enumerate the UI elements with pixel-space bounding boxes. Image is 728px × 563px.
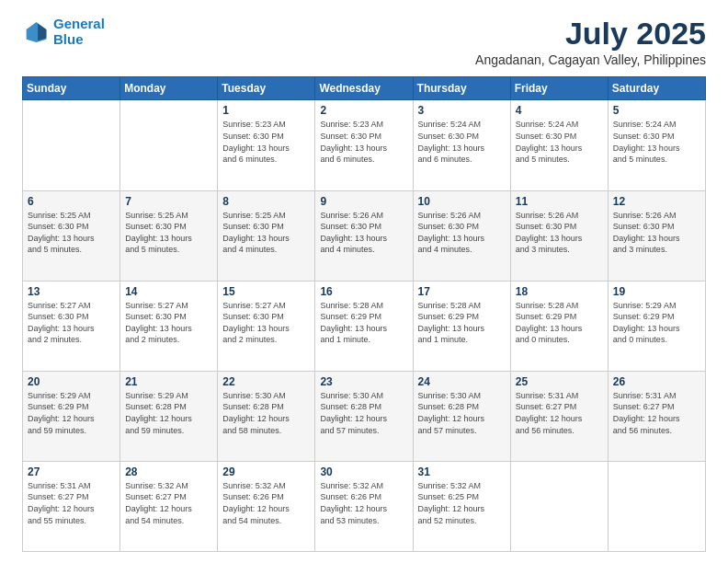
calendar-cell: 24Sunrise: 5:30 AM Sunset: 6:28 PM Dayli… xyxy=(413,371,510,461)
calendar-week-row: 13Sunrise: 5:27 AM Sunset: 6:30 PM Dayli… xyxy=(23,281,706,371)
svg-marker-1 xyxy=(38,23,46,40)
day-number: 29 xyxy=(222,465,310,478)
calendar-cell: 6Sunrise: 5:25 AM Sunset: 6:30 PM Daylig… xyxy=(23,190,120,281)
calendar-cell: 5Sunrise: 5:24 AM Sunset: 6:30 PM Daylig… xyxy=(608,100,705,190)
calendar-cell: 3Sunrise: 5:24 AM Sunset: 6:30 PM Daylig… xyxy=(413,100,510,190)
day-number: 3 xyxy=(418,104,506,117)
subtitle: Angadanan, Cagayan Valley, Philippines xyxy=(475,52,706,67)
day-info: Sunrise: 5:24 AM Sunset: 6:30 PM Dayligh… xyxy=(613,119,700,165)
calendar-cell: 27Sunrise: 5:31 AM Sunset: 6:27 PM Dayli… xyxy=(23,461,120,551)
calendar-cell: 8Sunrise: 5:25 AM Sunset: 6:30 PM Daylig… xyxy=(218,190,315,281)
day-number: 16 xyxy=(320,285,407,298)
calendar-cell: 11Sunrise: 5:26 AM Sunset: 6:30 PM Dayli… xyxy=(510,190,608,281)
day-number: 11 xyxy=(516,195,603,208)
day-info: Sunrise: 5:28 AM Sunset: 6:29 PM Dayligh… xyxy=(418,300,506,346)
calendar-cell: 21Sunrise: 5:29 AM Sunset: 6:28 PM Dayli… xyxy=(120,371,218,461)
calendar-cell: 23Sunrise: 5:30 AM Sunset: 6:28 PM Dayli… xyxy=(315,371,413,461)
calendar-cell: 19Sunrise: 5:29 AM Sunset: 6:29 PM Dayli… xyxy=(608,281,705,371)
calendar-cell: 4Sunrise: 5:24 AM Sunset: 6:30 PM Daylig… xyxy=(510,100,608,190)
day-info: Sunrise: 5:25 AM Sunset: 6:30 PM Dayligh… xyxy=(222,210,310,256)
day-info: Sunrise: 5:29 AM Sunset: 6:29 PM Dayligh… xyxy=(28,390,115,436)
calendar-week-row: 6Sunrise: 5:25 AM Sunset: 6:30 PM Daylig… xyxy=(23,190,706,281)
day-info: Sunrise: 5:23 AM Sunset: 6:30 PM Dayligh… xyxy=(320,119,407,165)
calendar-week-row: 20Sunrise: 5:29 AM Sunset: 6:29 PM Dayli… xyxy=(23,371,706,461)
day-info: Sunrise: 5:32 AM Sunset: 6:26 PM Dayligh… xyxy=(222,480,310,526)
day-number: 14 xyxy=(125,285,212,298)
calendar-cell xyxy=(23,100,120,190)
calendar-cell xyxy=(608,461,705,551)
day-info: Sunrise: 5:28 AM Sunset: 6:29 PM Dayligh… xyxy=(516,300,603,346)
calendar-day-header: Saturday xyxy=(608,77,705,100)
calendar-cell: 10Sunrise: 5:26 AM Sunset: 6:30 PM Dayli… xyxy=(413,190,510,281)
day-number: 26 xyxy=(613,375,700,388)
day-info: Sunrise: 5:25 AM Sunset: 6:30 PM Dayligh… xyxy=(125,210,212,256)
calendar-day-header: Monday xyxy=(120,77,218,100)
day-number: 10 xyxy=(418,195,506,208)
calendar-cell: 14Sunrise: 5:27 AM Sunset: 6:30 PM Dayli… xyxy=(120,281,218,371)
day-info: Sunrise: 5:26 AM Sunset: 6:30 PM Dayligh… xyxy=(320,210,407,256)
day-info: Sunrise: 5:26 AM Sunset: 6:30 PM Dayligh… xyxy=(613,210,700,256)
calendar-day-header: Thursday xyxy=(413,77,510,100)
calendar-day-header: Wednesday xyxy=(315,77,413,100)
calendar-cell: 12Sunrise: 5:26 AM Sunset: 6:30 PM Dayli… xyxy=(608,190,705,281)
day-info: Sunrise: 5:30 AM Sunset: 6:28 PM Dayligh… xyxy=(222,390,310,436)
calendar-day-header: Tuesday xyxy=(218,77,315,100)
calendar-cell: 22Sunrise: 5:30 AM Sunset: 6:28 PM Dayli… xyxy=(218,371,315,461)
day-number: 30 xyxy=(320,465,407,478)
day-info: Sunrise: 5:30 AM Sunset: 6:28 PM Dayligh… xyxy=(418,390,506,436)
calendar-cell: 15Sunrise: 5:27 AM Sunset: 6:30 PM Dayli… xyxy=(218,281,315,371)
day-number: 8 xyxy=(222,195,310,208)
day-number: 2 xyxy=(320,104,407,117)
calendar-cell: 29Sunrise: 5:32 AM Sunset: 6:26 PM Dayli… xyxy=(218,461,315,551)
day-info: Sunrise: 5:32 AM Sunset: 6:26 PM Dayligh… xyxy=(320,480,407,526)
day-info: Sunrise: 5:26 AM Sunset: 6:30 PM Dayligh… xyxy=(418,210,506,256)
calendar-cell: 28Sunrise: 5:32 AM Sunset: 6:27 PM Dayli… xyxy=(120,461,218,551)
day-info: Sunrise: 5:29 AM Sunset: 6:29 PM Dayligh… xyxy=(613,300,700,346)
logo-text: General Blue xyxy=(53,17,105,47)
day-info: Sunrise: 5:24 AM Sunset: 6:30 PM Dayligh… xyxy=(516,119,603,165)
day-info: Sunrise: 5:27 AM Sunset: 6:30 PM Dayligh… xyxy=(28,300,115,346)
day-number: 24 xyxy=(418,375,506,388)
calendar-cell: 13Sunrise: 5:27 AM Sunset: 6:30 PM Dayli… xyxy=(23,281,120,371)
logo-icon xyxy=(22,19,48,45)
day-info: Sunrise: 5:32 AM Sunset: 6:27 PM Dayligh… xyxy=(125,480,212,526)
day-info: Sunrise: 5:25 AM Sunset: 6:30 PM Dayligh… xyxy=(28,210,115,256)
day-number: 5 xyxy=(613,104,700,117)
day-info: Sunrise: 5:31 AM Sunset: 6:27 PM Dayligh… xyxy=(28,480,115,526)
day-number: 4 xyxy=(516,104,603,117)
logo: General Blue xyxy=(22,17,105,47)
calendar-week-row: 27Sunrise: 5:31 AM Sunset: 6:27 PM Dayli… xyxy=(23,461,706,551)
calendar-cell: 31Sunrise: 5:32 AM Sunset: 6:25 PM Dayli… xyxy=(413,461,510,551)
day-number: 17 xyxy=(418,285,506,298)
calendar-cell: 25Sunrise: 5:31 AM Sunset: 6:27 PM Dayli… xyxy=(510,371,608,461)
day-info: Sunrise: 5:32 AM Sunset: 6:25 PM Dayligh… xyxy=(418,480,506,526)
day-number: 1 xyxy=(222,104,310,117)
day-number: 20 xyxy=(28,375,115,388)
calendar-table: SundayMondayTuesdayWednesdayThursdayFrid… xyxy=(22,76,706,552)
calendar-week-row: 1Sunrise: 5:23 AM Sunset: 6:30 PM Daylig… xyxy=(23,100,706,190)
day-info: Sunrise: 5:30 AM Sunset: 6:28 PM Dayligh… xyxy=(320,390,407,436)
day-number: 28 xyxy=(125,465,212,478)
calendar-cell: 2Sunrise: 5:23 AM Sunset: 6:30 PM Daylig… xyxy=(315,100,413,190)
day-number: 13 xyxy=(28,285,115,298)
page: General Blue July 2025 Angadanan, Cagaya… xyxy=(0,0,728,563)
calendar-cell xyxy=(120,100,218,190)
day-info: Sunrise: 5:29 AM Sunset: 6:28 PM Dayligh… xyxy=(125,390,212,436)
calendar-day-header: Friday xyxy=(510,77,608,100)
calendar-cell: 9Sunrise: 5:26 AM Sunset: 6:30 PM Daylig… xyxy=(315,190,413,281)
day-info: Sunrise: 5:27 AM Sunset: 6:30 PM Dayligh… xyxy=(125,300,212,346)
day-number: 6 xyxy=(28,195,115,208)
day-info: Sunrise: 5:23 AM Sunset: 6:30 PM Dayligh… xyxy=(222,119,310,165)
day-number: 31 xyxy=(418,465,506,478)
calendar-cell: 7Sunrise: 5:25 AM Sunset: 6:30 PM Daylig… xyxy=(120,190,218,281)
day-info: Sunrise: 5:28 AM Sunset: 6:29 PM Dayligh… xyxy=(320,300,407,346)
day-number: 9 xyxy=(320,195,407,208)
calendar-day-header: Sunday xyxy=(23,77,120,100)
day-info: Sunrise: 5:27 AM Sunset: 6:30 PM Dayligh… xyxy=(222,300,310,346)
day-number: 19 xyxy=(613,285,700,298)
calendar-cell: 16Sunrise: 5:28 AM Sunset: 6:29 PM Dayli… xyxy=(315,281,413,371)
calendar-cell: 26Sunrise: 5:31 AM Sunset: 6:27 PM Dayli… xyxy=(608,371,705,461)
day-number: 21 xyxy=(125,375,212,388)
calendar-cell: 1Sunrise: 5:23 AM Sunset: 6:30 PM Daylig… xyxy=(218,100,315,190)
day-number: 15 xyxy=(222,285,310,298)
